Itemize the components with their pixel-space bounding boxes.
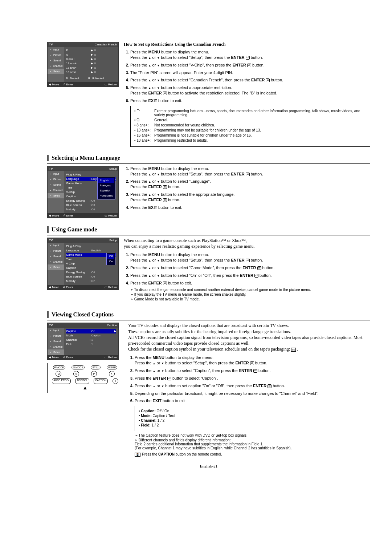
section-title-language: Selecting a Menu Language	[47, 155, 370, 161]
section-title-closed-captions: Viewing Closed Captions	[47, 311, 370, 318]
remote-note: 📱Press the CAPTION button on the remote …	[128, 452, 370, 457]
steps-list: Press the MENU button to display the men…	[124, 49, 370, 104]
notes-list: The Caption feature does not work with D…	[128, 433, 370, 450]
info-box-caption: • Caption: Off / On• Mode: Caption / Tex…	[135, 406, 215, 431]
screenshot-game-mode: TVSetup ▪Input▪Picture▪Sound▪Channel▪Set…	[47, 238, 119, 290]
section-title-game-mode: Using Game mode	[47, 226, 370, 233]
manual-page: TVCanadian French ▪Input▪Picture▪Sound▪C…	[0, 0, 392, 546]
intro-text: Your TV decodes and displays the closed …	[128, 323, 370, 352]
screenshot-caption: TVCaption ▪Input▪Picture▪Sound▪Channel▪S…	[47, 323, 123, 360]
section-canadian-french: TVCanadian French ▪Input▪Picture▪Sound▪C…	[47, 42, 370, 147]
steps-list: Press the MENU button to display the men…	[124, 166, 370, 210]
page-number: English-21	[47, 464, 370, 468]
section-closed-captions: TVCaption ▪Input▪Picture▪Sound▪Channel▪S…	[47, 323, 370, 457]
info-box-ratings: • E:Exempt programming includes...news, …	[130, 106, 370, 147]
section-language: TVSetup ▪Input▪Picture▪Sound▪Channel▪Set…	[47, 166, 370, 218]
divider	[47, 163, 370, 164]
divider	[47, 320, 370, 320]
notes-list: To disconnect the game console and conne…	[124, 288, 370, 301]
steps-list: Press the MENU button to display the men…	[124, 252, 370, 286]
remote-control-drawing: P.MODES.MODESTILLP.SIZE MSP∧ AUTO PROG.A…	[47, 363, 123, 393]
section-game-mode: TVSetup ▪Input▪Picture▪Sound▪Channel▪Set…	[47, 238, 370, 304]
screenshot-language: TVSetup ▪Input▪Picture▪Sound▪Channel▪Set…	[47, 166, 119, 218]
screenshot-canadian-french: TVCanadian French ▪Input▪Picture▪Sound▪C…	[47, 42, 119, 87]
intro-text: When connecting to a game console such a…	[124, 238, 370, 249]
section-subheading: How to Set up Restrictions Using the Can…	[124, 42, 370, 47]
remote-icon: 📱	[135, 453, 140, 457]
steps-list: Press the MENU button to display the men…	[128, 355, 370, 404]
divider	[47, 235, 370, 235]
